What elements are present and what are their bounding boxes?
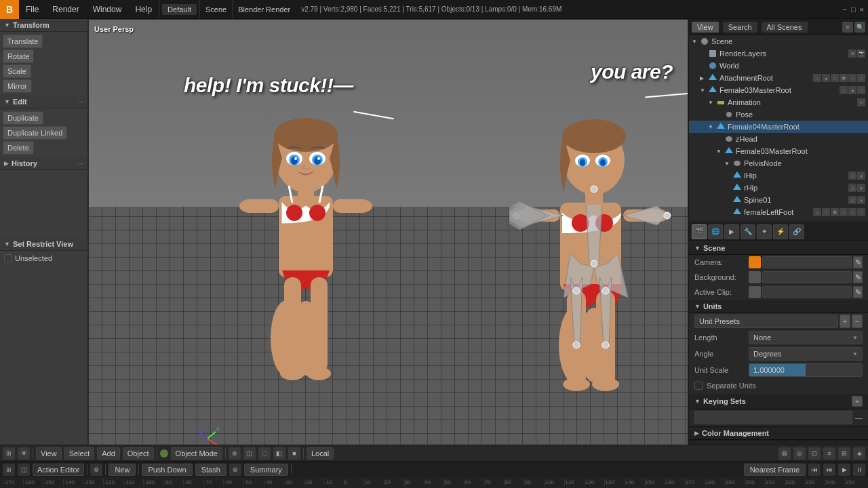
toolbar-expand-icon[interactable]: ⊞ [3, 447, 15, 460]
viewport-shade4[interactable]: ■ [288, 447, 300, 460]
menu-window[interactable]: Window [86, 0, 129, 18]
mode-icon[interactable] [160, 449, 168, 458]
tree-restrict3[interactable]: ○ [857, 86, 865, 94]
minimize-btn[interactable]: − [842, 5, 846, 14]
background-edit-btn[interactable]: ✎ [853, 271, 863, 283]
unit-presets-remove-btn[interactable]: − [852, 314, 863, 328]
history-section-header[interactable]: ▶ History ··· [0, 157, 87, 170]
transform-section-header[interactable]: ▼ Transform [0, 19, 87, 32]
tree-item-scene[interactable]: ▼ Scene [689, 35, 868, 47]
prop-tab-render[interactable]: 🎬 [692, 224, 707, 239]
tree-item-zhead[interactable]: zHead [689, 133, 868, 145]
tree-item-attachmentroot[interactable]: ▶ AttachmentRoot ○ ● ○ ◉ ○ ○ [689, 72, 868, 84]
push-down-btn[interactable]: Push Down [142, 464, 192, 476]
tree-item-female03masterroot2[interactable]: ▼ Female03MasterRoot [689, 145, 868, 157]
action-playback3[interactable]: ▶ [838, 464, 850, 476]
tree-item-renderlayers[interactable]: RenderLayers 👁 📷 [689, 47, 868, 60]
scene-selector[interactable]: Scene [200, 0, 232, 18]
tree-bone-icon2[interactable]: ♦ [857, 171, 865, 180]
toolbar-view-icon[interactable]: 👁 [18, 447, 30, 460]
length-select[interactable]: None ▼ [749, 331, 863, 344]
menu-render[interactable]: Render [45, 0, 85, 18]
tree-restrict6[interactable]: ○ [857, 74, 865, 82]
active-clip-edit-btn[interactable]: ✎ [853, 286, 863, 298]
edit-section-header[interactable]: ▼ Edit ··· [0, 96, 87, 108]
delete-button[interactable]: Delete [3, 141, 34, 155]
separate-units-checkbox[interactable] [694, 382, 703, 390]
tree-camera-icon[interactable]: 📷 [857, 49, 865, 58]
restrict-view-header[interactable]: ▼ Set Restrict View [0, 238, 87, 251]
stash-btn[interactable]: Stash [195, 464, 226, 476]
object-mode-dropdown[interactable]: Object Mode [171, 447, 222, 460]
tree-eye-icon[interactable]: 👁 [848, 49, 856, 58]
mesh-tool4[interactable]: ◈ [853, 447, 865, 460]
action-playback2[interactable]: ⏭ [823, 464, 835, 476]
tree-anim-icon[interactable]: ▷ [857, 98, 865, 106]
transform-space[interactable]: Local [307, 447, 334, 460]
action-playback4[interactable]: ⏸ [853, 464, 865, 476]
tree-bone-icon7[interactable]: △ [813, 208, 821, 216]
keying-sets-section-header[interactable]: ▼ Keying Sets + [689, 394, 868, 409]
unselected-checkbox[interactable] [4, 254, 12, 262]
tree-bone-icon1[interactable]: △ [848, 171, 856, 180]
unit-presets-add-btn[interactable]: + [840, 314, 850, 328]
background-color-swatch[interactable] [749, 271, 761, 283]
tree-restrict1[interactable]: ○ [840, 86, 848, 94]
summary-btn[interactable]: Summary [244, 464, 288, 476]
menu-help[interactable]: Help [128, 0, 159, 18]
tree-item-femaleleftfoot[interactable]: femaleLeftFoot △ ○ ◉ ○ ○ ○ [689, 206, 868, 218]
tree-bone-icon5[interactable]: △ [848, 196, 856, 204]
mesh-tool3[interactable]: ⊞ [838, 447, 850, 460]
tree-restrict4[interactable]: ◉ [840, 74, 848, 82]
tree-item-lhip[interactable]: lHip △ ♦ [689, 169, 868, 182]
angle-select[interactable]: Degrees ▼ [749, 347, 863, 361]
scene-section-header[interactable]: ▼ Scene [689, 242, 868, 255]
tree-restrict-eye[interactable]: ○ [822, 208, 830, 216]
tree-item-animation[interactable]: ▼ Animation ▷ [689, 96, 868, 108]
tree-restrict-link[interactable]: ○ [857, 208, 865, 216]
keying-sets-add-btn[interactable]: + [852, 396, 863, 407]
outliner-tab-view[interactable]: View [692, 22, 719, 33]
tree-restrict2[interactable]: ● [822, 74, 830, 82]
viewport[interactable]: User Persp help! I'm stuck!!— you are? [88, 19, 688, 488]
tree-item-female03masterroot[interactable]: ▼ Female03MasterRoot ○ ● ○ [689, 84, 868, 96]
tree-item-female04masterroot[interactable]: ▼ Female04MasterRoot [689, 121, 868, 133]
viewport-shade3[interactable]: ◧ [273, 447, 285, 460]
action-type-icon[interactable]: ◫ [18, 464, 30, 476]
prop-tab-physics[interactable]: ⚡ [773, 224, 788, 239]
outliner-tab-search[interactable]: Search [723, 22, 757, 33]
active-clip-swatch[interactable] [749, 286, 761, 298]
tree-item-world[interactable]: World [689, 60, 868, 72]
outliner-filter-icon[interactable]: ≡ [842, 22, 853, 33]
tree-restrict1[interactable]: ○ [813, 74, 821, 82]
proportional-icon[interactable]: ◎ [793, 447, 806, 460]
close-btn[interactable]: × [860, 5, 864, 14]
mirror-button[interactable]: Mirror [3, 79, 32, 93]
tree-item-rhip[interactable]: rHip △ ♦ [689, 182, 868, 194]
select-menu[interactable]: Select [64, 447, 95, 460]
action-icon1[interactable]: ⊕ [229, 464, 241, 476]
action-settings-icon[interactable]: ⚙ [90, 464, 102, 476]
engine-selector[interactable]: Blender Render [233, 0, 296, 18]
view-menu[interactable]: View [36, 447, 62, 460]
add-menu[interactable]: Add [97, 447, 120, 460]
tree-restrict5[interactable]: ○ [848, 74, 856, 82]
blender-logo[interactable]: B [0, 0, 19, 19]
camera-value[interactable] [762, 256, 852, 268]
tree-item-pelvisnode[interactable]: ▼ PelvisNode [689, 157, 868, 169]
rotate-button[interactable]: Rotate [3, 49, 34, 63]
tree-restrict-sel[interactable]: ○ [840, 208, 848, 216]
action-editor-dropdown[interactable]: Action Editor [33, 464, 84, 476]
duplicate-button[interactable]: Duplicate [3, 111, 43, 125]
outliner-search-icon[interactable]: 🔍 [854, 22, 865, 33]
menu-file[interactable]: File [19, 0, 45, 18]
color-management-header[interactable]: ▶ Color Management [689, 426, 868, 440]
tree-bone-icon6[interactable]: ♦ [857, 196, 865, 204]
scale-button[interactable]: Scale [3, 64, 31, 78]
global-icon[interactable]: ⊕ [229, 447, 241, 460]
nearest-frame-btn[interactable]: Nearest Frame [744, 464, 806, 476]
unit-scale-bar[interactable]: 1.000000 [749, 363, 863, 377]
mesh-tool2[interactable]: ≡ [823, 447, 835, 460]
prop-tab-world[interactable]: 🌐 [708, 224, 723, 239]
maximize-btn[interactable]: □ [851, 5, 856, 14]
